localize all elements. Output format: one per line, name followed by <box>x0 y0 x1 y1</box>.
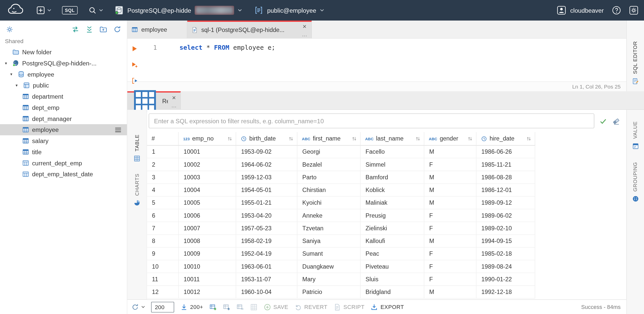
grid-cell[interactable]: M <box>424 286 477 299</box>
grid-cell[interactable]: Chirstian <box>297 184 361 197</box>
sort-icon[interactable] <box>526 136 532 141</box>
grid-cell[interactable]: M <box>424 197 477 209</box>
grid-cell[interactable]: 10005 <box>179 197 236 209</box>
grid-cell[interactable]: Peac <box>361 248 424 260</box>
connection-search-button[interactable] <box>83 0 109 21</box>
grid-cell[interactable]: 10008 <box>179 235 236 248</box>
script-button[interactable]: SCRIPT <box>334 303 365 311</box>
grid-cell[interactable]: F <box>424 222 477 235</box>
grid-cell[interactable]: 1952-04-19 <box>236 248 297 260</box>
tree-item-employee[interactable]: employee <box>0 124 127 135</box>
edit-grid-icon[interactable] <box>250 303 257 311</box>
grid-cell[interactable]: 10003 <box>179 171 236 184</box>
refresh-results-button[interactable] <box>131 303 145 311</box>
grid-cell[interactable]: 1985-02-18 <box>477 248 535 260</box>
tree-item-dept-manager[interactable]: dept_manager <box>0 113 127 124</box>
grid-cell[interactable]: 1963-06-01 <box>236 260 297 273</box>
grid-cell[interactable]: Sumant <box>297 248 361 260</box>
grid-cell[interactable]: F <box>424 209 477 222</box>
grid-cell[interactable]: 1986-06-26 <box>477 146 535 158</box>
expand-chevron-icon[interactable]: ▾ <box>10 72 18 77</box>
grid-cell[interactable]: 10010 <box>179 260 236 273</box>
new-object-button[interactable] <box>31 0 57 21</box>
sort-icon[interactable] <box>352 136 357 141</box>
duplicate-row-icon[interactable] <box>223 303 230 311</box>
sort-icon[interactable] <box>227 136 233 141</box>
fetch-size-input[interactable] <box>151 302 174 312</box>
tab-menu-icon[interactable]: … <box>302 32 307 36</box>
grid-cell[interactable]: 1992-12-18 <box>477 286 535 299</box>
tab-sql-1[interactable]: sql-1 (PostgreSQL@ep-hidde... × … <box>187 21 312 38</box>
grid-cell[interactable]: Piveteau <box>361 260 424 273</box>
column-header-last_name[interactable]: ABClast_name <box>361 132 424 145</box>
execute-new-tab-icon[interactable] <box>131 61 138 68</box>
grid-cell[interactable]: M <box>424 235 477 248</box>
grid-cell[interactable]: M <box>424 184 477 197</box>
grid-cell[interactable]: F <box>424 260 477 273</box>
grid-cell[interactable]: Maliniak <box>361 197 424 209</box>
grid-cell[interactable]: Zielinski <box>361 222 424 235</box>
expand-chevron-icon[interactable]: ▾ <box>16 83 23 88</box>
grid-cell[interactable]: F <box>424 273 477 286</box>
tab-result-1[interactable]: Result - 1 × … <box>127 91 181 109</box>
grid-cell[interactable]: Mary <box>297 273 361 286</box>
close-tab-icon[interactable]: × <box>172 95 176 100</box>
tab-employee[interactable]: employee <box>127 21 187 38</box>
grid-cell[interactable]: 10006 <box>179 209 236 222</box>
tab-value-panel[interactable]: VALUE <box>632 121 639 149</box>
grid-cell[interactable]: F <box>424 248 477 260</box>
grid-cell[interactable]: 1986-12-01 <box>477 184 535 197</box>
grid-cell[interactable]: 10012 <box>179 286 236 299</box>
cloudbeaver-logo-icon[interactable] <box>5 2 26 19</box>
grid-cell[interactable]: 1964-06-02 <box>236 158 297 171</box>
grid-cell[interactable]: Koblick <box>361 184 424 197</box>
grid-cell[interactable]: Tzvetan <box>297 222 361 235</box>
grid-cell[interactable]: 1986-08-28 <box>477 171 535 184</box>
column-header-birth_date[interactable]: birth_date <box>236 132 297 145</box>
grid-cell[interactable]: 1955-01-21 <box>236 197 297 209</box>
tree-item-public[interactable]: ▾public <box>0 80 127 91</box>
grid-cell[interactable]: Parto <box>297 171 361 184</box>
tree-item-salary[interactable]: salary <box>0 135 127 146</box>
column-header-first_name[interactable]: ABCfirst_name <box>297 132 361 145</box>
grid-cell[interactable]: Bamford <box>361 171 424 184</box>
grid-cell[interactable]: 1958-02-19 <box>236 235 297 248</box>
sort-icon[interactable] <box>288 136 294 141</box>
schema-selector[interactable]: public@employee <box>248 0 330 21</box>
collapse-all-icon[interactable] <box>85 25 93 33</box>
open-sql-editor-button[interactable]: SQL <box>57 0 83 21</box>
sql-editor[interactable]: 1 select * FROM employee e; Ln 1, Col 26… <box>127 39 627 91</box>
tree-item-current-dept-emp[interactable]: current_dept_emp <box>0 158 127 169</box>
save-button[interactable]: SAVE <box>263 303 288 311</box>
grid-cell[interactable]: 1957-05-23 <box>236 222 297 235</box>
filter-input[interactable] <box>149 113 594 128</box>
grid-cell[interactable]: Sluis <box>361 273 424 286</box>
close-tab-icon[interactable]: × <box>303 24 307 29</box>
grid-cell[interactable]: 10004 <box>179 184 236 197</box>
sort-icon[interactable] <box>415 136 421 141</box>
apply-filter-check-icon[interactable] <box>599 117 608 125</box>
grid-cell[interactable]: 1953-04-20 <box>236 209 297 222</box>
grid-cell[interactable]: M <box>424 146 477 158</box>
grid-cell[interactable]: 1989-09-12 <box>477 197 535 209</box>
tree-item-dept-emp[interactable]: dept_emp <box>0 102 127 113</box>
grid-cell[interactable]: 10011 <box>179 273 236 286</box>
grid-cell[interactable]: Simmel <box>361 158 424 171</box>
tab-sql-editor-panel[interactable]: SQL EDITOR <box>632 41 639 85</box>
execute-script-icon[interactable] <box>131 77 138 84</box>
grid-cell[interactable]: 10007 <box>179 222 236 235</box>
tree-item-employee[interactable]: ▾employee <box>0 69 127 80</box>
clear-filter-eraser-icon[interactable] <box>612 117 621 125</box>
column-header-hire_date[interactable]: hire_date <box>477 132 535 145</box>
grid-cell[interactable]: F <box>424 158 477 171</box>
column-header-gender[interactable]: ABCgender <box>424 132 477 145</box>
grid-cell[interactable]: Duangkaew <box>297 260 361 273</box>
grid-cell[interactable]: Bezalel <box>297 158 361 171</box>
refresh-tree-icon[interactable] <box>113 25 121 33</box>
grid-cell[interactable]: 1953-11-07 <box>236 273 297 286</box>
grid-cell[interactable]: Georgi <box>297 146 361 158</box>
delete-row-icon[interactable] <box>236 303 244 311</box>
tab-table-view[interactable]: TABLE <box>134 134 141 162</box>
add-row-icon[interactable] <box>209 303 217 311</box>
settings-icon[interactable] <box>629 6 638 15</box>
